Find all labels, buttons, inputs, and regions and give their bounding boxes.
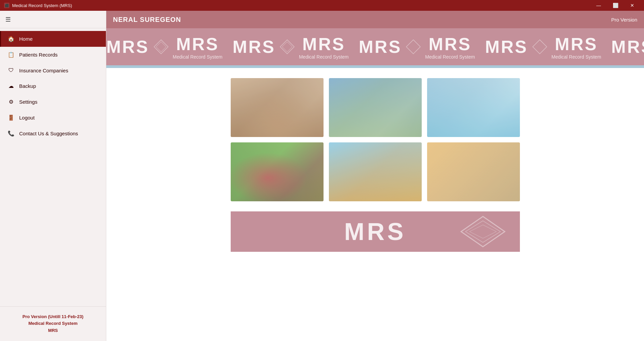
title-bar: ⬛ Medical Record System (MRS) — ⬜ ✕ xyxy=(0,0,644,11)
photo-petra xyxy=(231,78,324,137)
marquee-item: MRS MRS Medical Record System xyxy=(232,34,348,60)
photo-ruins xyxy=(329,78,422,137)
sidebar-item-patients[interactable]: 📋 Patients Records xyxy=(0,47,106,63)
window-controls: — ⬜ ✕ xyxy=(591,0,640,11)
sidebar: ☰ 🏠 Home 📋 Patients Records 🛡 Insurance … xyxy=(0,11,106,341)
marquee-mrs-text5: MRS xyxy=(359,37,402,57)
marquee-subtext: Medical Record System xyxy=(173,54,223,60)
marquee-item: MRS MRS Medical Record System xyxy=(485,34,601,60)
logout-icon: 🚪 xyxy=(8,114,14,121)
photo-wadi xyxy=(329,142,422,201)
footer-line1: Pro Version (Untill 11-Feb-23) xyxy=(7,313,99,320)
marquee-diamond-icon2 xyxy=(279,38,296,55)
contact-icon: 📞 xyxy=(8,130,14,137)
marquee-mrs-text: MRS xyxy=(106,37,149,57)
app-title: Medical Record System (MRS) xyxy=(12,3,72,8)
marquee-mrs-text7: MRS xyxy=(485,37,528,57)
sidebar-item-contact[interactable]: 📞 Contact Us & Suggestions xyxy=(0,126,106,141)
bottom-mrs-text: MRS xyxy=(344,218,406,245)
photo-sea xyxy=(427,78,520,137)
minimize-button[interactable]: — xyxy=(591,0,606,11)
sidebar-header: ☰ xyxy=(0,11,106,28)
marquee-subtext2: Medical Record System xyxy=(299,54,349,60)
insurance-icon: 🛡 xyxy=(8,67,14,73)
app-icon: ⬛ xyxy=(4,3,9,8)
photo-grid xyxy=(231,78,520,201)
marquee-track: MRS MRS Medical Record System MRS xyxy=(106,34,644,60)
photo-columns xyxy=(427,142,520,201)
sidebar-item-contact-label: Contact Us & Suggestions xyxy=(19,131,78,136)
marquee-subtext3: Medical Record System xyxy=(425,54,475,60)
sidebar-item-logout-label: Logout xyxy=(19,115,35,121)
sidebar-item-patients-label: Patients Records xyxy=(19,52,58,58)
marquee-item: MRS MRS Medical Record System xyxy=(359,34,475,60)
marquee-diamond-icon4 xyxy=(531,38,548,55)
hamburger-button[interactable]: ☰ xyxy=(5,16,11,23)
backup-icon: ☁ xyxy=(8,83,14,89)
home-icon: 🏠 xyxy=(8,36,14,42)
svg-marker-9 xyxy=(465,221,500,242)
marquee-mrs-text6: MRS xyxy=(428,34,471,54)
settings-icon: ⚙ xyxy=(8,99,14,105)
main-content: NERAL SUREGEON Pro Version MRS MRS Medic… xyxy=(106,11,644,341)
sidebar-item-backup-label: Backup xyxy=(19,83,36,89)
sidebar-item-settings-label: Settings xyxy=(19,99,37,105)
bottom-banner: MRS xyxy=(231,211,520,252)
svg-marker-5 xyxy=(533,40,547,54)
sidebar-item-home[interactable]: 🏠 Home xyxy=(0,31,106,47)
marquee-mrs-text2: MRS xyxy=(176,34,219,54)
top-bar-title: NERAL SUREGEON xyxy=(113,16,181,24)
marquee-mrs-text8: MRS xyxy=(555,34,598,54)
sidebar-item-home-label: Home xyxy=(19,36,33,42)
sidebar-item-insurance-label: Insurance Companies xyxy=(19,68,68,73)
sidebar-item-settings[interactable]: ⚙ Settings xyxy=(0,94,106,110)
marquee-item: MRS MRS Medical Record System xyxy=(106,34,222,60)
close-button[interactable]: ✕ xyxy=(624,0,640,11)
svg-marker-4 xyxy=(407,40,421,54)
pro-version-label: Pro Version xyxy=(611,17,637,23)
marquee-mrs-text3: MRS xyxy=(232,37,275,57)
app-body: ☰ 🏠 Home 📋 Patients Records 🛡 Insurance … xyxy=(0,11,644,341)
sidebar-item-insurance[interactable]: 🛡 Insurance Companies xyxy=(0,63,106,78)
maximize-button[interactable]: ⬜ xyxy=(608,0,623,11)
marquee-diamond-icon3 xyxy=(405,38,422,55)
footer-line2: Medical Record System xyxy=(7,320,99,327)
content-area: MRS xyxy=(106,68,644,341)
top-bar: NERAL SUREGEON Pro Version xyxy=(106,11,644,28)
footer-line3: MRS xyxy=(7,327,99,334)
photo-flowers xyxy=(231,142,324,201)
marquee-subtext4: Medical Record System xyxy=(552,54,601,60)
sidebar-nav: 🏠 Home 📋 Patients Records 🛡 Insurance Co… xyxy=(0,28,106,306)
blue-strip xyxy=(106,65,644,68)
sidebar-item-backup[interactable]: ☁ Backup xyxy=(0,78,106,94)
bottom-diamond-icon xyxy=(459,215,506,248)
sidebar-footer: Pro Version (Untill 11-Feb-23) Medical R… xyxy=(0,306,106,341)
marquee-item: MRS MRS Medical Record System xyxy=(611,34,644,60)
marquee-mrs-text4: MRS xyxy=(302,34,345,54)
marquee-banner: MRS MRS Medical Record System MRS xyxy=(106,28,644,65)
marquee-diamond-icon xyxy=(153,38,169,55)
patients-icon: 📋 xyxy=(8,52,14,58)
sidebar-item-logout[interactable]: 🚪 Logout xyxy=(0,110,106,126)
